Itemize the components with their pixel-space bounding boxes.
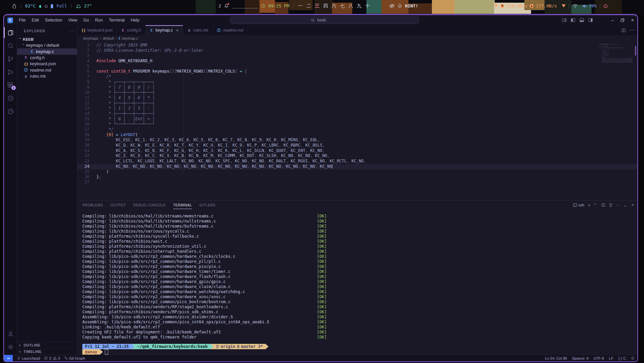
settings-gear-icon[interactable] [4,341,17,352]
volume-level[interactable]: 70% [589,3,597,8]
encoding-item[interactable]: UTF-8 [594,356,604,360]
hint-label[interactable]: HINT! [405,3,418,8]
toggle-panel-icon[interactable] [579,18,584,23]
split-editor-icon[interactable] [621,28,626,33]
section-timeline[interactable]: › TIMELINE [17,348,77,355]
breadcrumb-item[interactable]: keymaps [83,36,98,40]
panel-tab-output[interactable]: OUTPUT [111,201,126,209]
minimap[interactable]: // Copyright 2023 QMK // SPDX-License-Id… [599,43,633,74]
code-line: 16 * └───┴───┴───┴───┘ [77,122,637,127]
restore-icon[interactable] [620,18,625,22]
workspace-5[interactable]: 六 [332,3,336,9]
problems-item[interactable]: 0 0 [44,356,60,360]
code-line: 12 * ├───┼───┼───┼───┤ [77,101,637,106]
terminal-profile-select[interactable]: zsh [573,203,584,207]
account-icon[interactable] [4,328,17,339]
explorer-actions-icon[interactable]: ··· [70,29,75,33]
workspace-2[interactable]: 二 [307,3,311,9]
launchpad-item[interactable]: Launchpad [17,356,40,360]
tree-root-keeb[interactable]: › KEEB [17,36,77,42]
prompt-git: originΩmaster 3* [213,344,266,349]
breadcrumb[interactable]: keymaps›default›Ckeymap.c [77,35,637,41]
breadcrumb-item[interactable]: default [103,36,114,40]
notifications-bell-icon[interactable] [631,356,635,360]
terminal-dropdown-icon[interactable]: › [593,203,598,207]
workspace-9[interactable]: 十 [365,3,370,9]
file-keymap.c[interactable]: C keymap.c [17,48,77,54]
workspace-7[interactable]: 八 [349,3,353,9]
minimize-icon[interactable]: – [611,17,614,23]
command-center-search[interactable] [230,16,419,24]
language-mode-item[interactable]: { } C [618,356,626,360]
tab-rules.mk[interactable]: ≡rules.mk [183,25,213,35]
tab-keymap.c[interactable]: Ckeymap.c× [146,25,183,35]
menu-run[interactable]: Run [92,17,106,24]
activity-history-icon[interactable] [4,93,17,104]
tab-config.h[interactable]: Cconfig.h [117,25,146,35]
code-editor[interactable]: 1// Copyright 2023 QMK2// SPDX-License-I… [77,41,637,200]
toggle-secondary-sidebar-icon[interactable] [588,18,593,23]
workspace-6[interactable]: 七 [340,3,345,9]
menu-view[interactable]: View [65,17,80,24]
kill-terminal-icon[interactable] [609,203,613,207]
eol-item[interactable]: LF [609,356,613,360]
file-keyboard.json[interactable]: {}keyboard.json [17,61,77,67]
menu-terminal[interactable]: Terminal [106,17,128,24]
file-config.h[interactable]: Cconfig.h [17,55,77,61]
menu-file[interactable]: File [16,17,29,24]
remote-indicator[interactable]: >< [4,355,13,361]
eye-slash-icon[interactable] [389,4,395,8]
tab-readme.md[interactable]: ⓘreadme.md [213,25,248,35]
tab-keyboard.json[interactable]: {}keyboard.json [77,25,117,35]
close-panel-icon[interactable]: × [631,202,634,207]
toggle-sidebar-icon[interactable] [571,18,575,23]
menu-selection[interactable]: Selection [42,17,65,24]
speaker-icon[interactable] [582,4,587,8]
activity-source-control-icon[interactable] [4,53,17,64]
activity-run-debug-icon[interactable] [4,67,17,77]
power-icon[interactable] [603,4,608,8]
file-readme.md[interactable]: ⓘreadme.md [17,67,77,73]
hint-bell-icon[interactable] [398,4,402,8]
terminal-line: Linking: .build/keeb_default.elf[OK] [82,325,637,330]
editor-more-actions-icon[interactable]: ··· [629,27,635,33]
menu-help[interactable]: Help [128,17,143,24]
workspace-3[interactable]: 三 [315,3,320,9]
workspace-8[interactable]: 九 [357,3,362,9]
panel-tab-problems[interactable]: PROBLEMS [82,201,103,209]
close-window-icon[interactable]: × [631,17,634,23]
maximize-panel-icon[interactable]: › [623,203,628,207]
panel-tab-debug-console[interactable]: DEBUG CONSOLE [133,201,166,209]
search-input[interactable] [317,17,338,23]
git-graph-item[interactable]: Git Graph [64,356,85,360]
activity-search-icon[interactable] [4,40,17,51]
terminal-output[interactable]: Compiling: lib/chibios/os/hal/lib/stream… [77,209,637,355]
split-terminal-icon[interactable] [601,203,605,207]
activity-extensions-icon[interactable]: 1 [4,80,17,90]
panel-tab-terminal[interactable]: TERMINAL [173,201,192,209]
file-rules.mk[interactable]: ≡rules.mk [17,73,77,79]
panel-more-icon[interactable]: ··· [616,203,620,207]
section-outline[interactable]: › OUTLINE [17,342,77,348]
breadcrumb-item[interactable]: keymap.c [122,36,138,40]
error-circle-icon [44,356,48,360]
customize-layout-icon[interactable] [562,18,567,23]
activity-dial-icon[interactable] [4,106,17,117]
close-tab-icon[interactable]: × [176,28,179,33]
workspace-1[interactable]: 一 [298,3,303,9]
terminal-line: Compiling: platforms/chibios/synchroniza… [82,244,637,249]
activity-explorer-icon[interactable] [4,27,17,38]
notification-bell-icon[interactable] [224,4,229,8]
panel-tab-gitlens[interactable]: GITLENS [199,201,215,209]
wifi-icon[interactable] [572,4,578,8]
menu-go[interactable]: Go [80,17,92,24]
code-line: 18 [0] = LAYOUT( [77,132,637,138]
cursor-position-item[interactable]: Ln 24, Col 98 [545,356,567,360]
menu-edit[interactable]: Edit [29,17,42,24]
code-line: 22 KC_Z, KC_X, KC_C, KC_V, KC_B, KC_N, K… [77,153,637,159]
code-line: 25 ) [77,169,637,175]
workspace-4[interactable]: 四 [323,3,328,9]
new-terminal-icon[interactable]: + [588,202,590,208]
indentation-item[interactable]: Spaces: 4 [572,356,589,360]
tree-folder-keymaps-default[interactable]: › keymaps / default [17,42,77,48]
